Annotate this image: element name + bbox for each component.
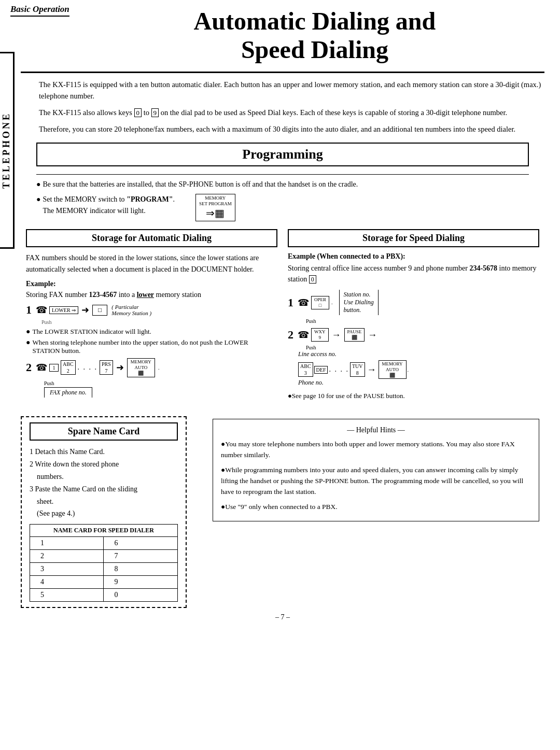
spare-list: 1 Detach this Name Card. 2 Write down th… — [30, 446, 178, 520]
name-card-row: 50 — [30, 589, 178, 602]
speed-example-text: Storing central office line access numbe… — [288, 263, 539, 285]
prog-bullet2: ● Set the MEMORY switch to "PROGRAM".The… — [36, 194, 529, 222]
hand-icon-3: ☎ — [298, 297, 309, 308]
name-card-row: 27 — [30, 550, 178, 563]
right-bottom: — Helpful Hints — ●You may store telepho… — [207, 408, 544, 608]
oper-key: OPER □ — [311, 296, 329, 309]
bottom-section: Spare Name Card 1 Detach this Name Card.… — [21, 408, 544, 608]
main-content: The KX-F115 is equipped with a ten butto… — [0, 64, 560, 627]
hand-icon-4: ☎ — [298, 329, 309, 341]
intro-para3: Therefore, you can store 20 telephone/fa… — [21, 124, 544, 135]
programming-section: Programming — [36, 143, 529, 166]
name-card-row: 38 — [30, 563, 178, 576]
auto-example-label: Example: Storing FAX number 123-4567 int… — [26, 278, 277, 301]
auto-dialing-title: Storage for Automatic Dialing — [26, 229, 277, 247]
auto-step2: 2 ☎ 1 ABC2 . . . . PRS7 ➜ MEMORY AUTO ⬛ … — [26, 358, 277, 377]
hand-icon-2: ☎ — [36, 362, 47, 373]
hints-title: — Helpful Hints — — [221, 424, 531, 436]
page-title: Automatic Dialing and Speed Dialing — [80, 4, 550, 64]
helpful-hints-box: — Helpful Hints — ●You may store telepho… — [213, 419, 539, 521]
speed-step2: 2 ☎ WXY 9 → PAUSE ⬛ → Push — [288, 328, 539, 387]
telephone-sidebar: TELEPHONE — [0, 52, 15, 249]
name-card-row: 49 — [30, 576, 178, 589]
header: Basic Operation Automatic Dialing and Sp… — [0, 0, 560, 64]
auto-bullet1: ● The LOWER STATION indicator will light… — [26, 328, 277, 336]
programming-content: ● Be sure that the batteries are install… — [21, 179, 544, 221]
speed-dialing-title: Storage for Speed Dialing — [288, 229, 539, 247]
speed-dialing-section: Storage for Speed Dialing Example (When … — [288, 229, 539, 403]
hint1: ●You may store telephone numbers into bo… — [221, 439, 531, 461]
intro-para1: The KX-F115 is equipped with a ten butto… — [21, 79, 544, 102]
intro-para2: The KX-F115 also allows keys 0 to 9 on t… — [21, 107, 544, 119]
speed-step1: 1 ☎ OPER □ . Station no. Use Dialing but… — [288, 290, 539, 315]
speed-example-label: Example (When connected to a PBX): — [288, 252, 539, 261]
name-card-row: 16 — [30, 537, 178, 550]
auto-bullet2: ● When storing telephone number into the… — [26, 338, 277, 355]
basic-operation-label: Basic Operation — [10, 4, 69, 17]
auto-dialing-section: Storage for Automatic Dialing FAX number… — [26, 229, 277, 403]
programming-divider — [36, 174, 529, 175]
telephone-label: TELEPHONE — [1, 112, 12, 189]
two-column-section: Storage for Automatic Dialing FAX number… — [21, 229, 544, 403]
programming-title: Programming — [242, 147, 323, 162]
prog-bullet1: ● Be sure that the batteries are install… — [36, 179, 529, 190]
auto-step1: 1 ☎ LOWER ⇒ ➜ □ ( Particular Memory Stat… — [26, 304, 277, 316]
hand-icon-1: ☎ — [36, 304, 47, 316]
hint3: ●Use "9" only when connected to a PBX. — [221, 502, 531, 513]
name-card-table: NAME CARD FOR SPEED DIALER 1627384950 — [30, 524, 178, 602]
spare-name-card-title: Spare Name Card — [30, 422, 178, 441]
memory-switch-icon: MEMORY SET PROGRAM ⇒▦ — [195, 194, 235, 222]
page-number: – 7 – — [21, 613, 544, 621]
hint2: ●While programming numbers into your aut… — [221, 465, 531, 498]
name-card-header: NAME CARD FOR SPEED DIALER — [30, 525, 178, 537]
speed-pause-note: ●See page 10 for use of the PAUSE button… — [288, 392, 539, 400]
title-divider — [21, 72, 544, 73]
auto-dialing-text1: FAX numbers should be stored in the lowe… — [26, 252, 277, 275]
spare-name-card-section: Spare Name Card 1 Detach this Name Card.… — [21, 416, 187, 608]
